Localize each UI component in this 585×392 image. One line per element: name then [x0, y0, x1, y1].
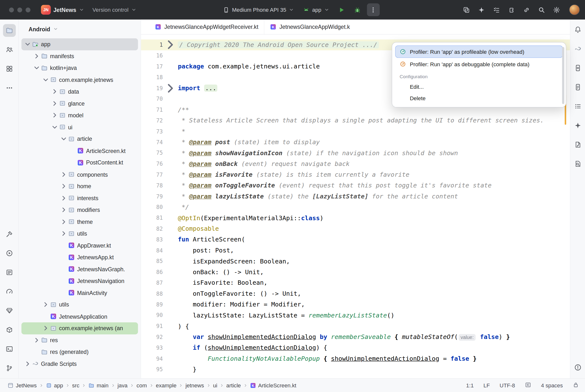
minimize-window-button[interactable]: [17, 7, 22, 12]
breadcrumb-jetnews[interactable]: jetnews: [186, 382, 204, 388]
breadcrumb-com[interactable]: com: [137, 382, 147, 388]
device-selector-button[interactable]: Medium Phone API 35: [220, 4, 297, 16]
tree-item-components[interactable]: components: [22, 168, 138, 180]
tree-item-data[interactable]: data: [22, 86, 138, 97]
tree-item-app[interactable]: app: [22, 38, 138, 50]
tree-expand-chevron-icon[interactable]: [42, 300, 50, 308]
popup-item-profiler-run-app-as-debuggable-complete-[interactable]: Profiler: Run 'app' as debuggable (compl…: [395, 58, 563, 70]
tool-doc-edit-button[interactable]: [571, 138, 584, 151]
tree-expand-chevron-icon[interactable]: [51, 111, 59, 119]
tree-expand-chevron-icon[interactable]: [33, 52, 41, 60]
file-encoding[interactable]: UTF-8: [500, 382, 515, 388]
breadcrumb-src[interactable]: src: [72, 382, 80, 388]
user-avatar[interactable]: [569, 4, 579, 15]
tree-expand-chevron-icon[interactable]: [60, 170, 68, 178]
breadcrumb-java[interactable]: java: [118, 382, 128, 388]
tree-collapse-chevron-icon[interactable]: [60, 135, 68, 143]
breadcrumb-article[interactable]: article: [226, 382, 241, 388]
tree-collapse-chevron-icon[interactable]: [42, 76, 50, 84]
tree-item-article[interactable]: article: [22, 133, 138, 145]
fold-marker-icon[interactable]: [163, 81, 178, 96]
tree-item-jetnewsapp-kt[interactable]: KJetnewsApp.kt: [22, 251, 138, 263]
tree-item-jetnewsnavgraph[interactable]: KJetnewsNavGraph.: [22, 263, 138, 275]
tree-item-utils[interactable]: utils: [22, 228, 138, 240]
run-button[interactable]: [335, 4, 348, 16]
tool-notifications-button[interactable]: [571, 23, 584, 36]
tool-more-button[interactable]: [3, 82, 16, 94]
tree-item-model[interactable]: model: [22, 109, 138, 121]
tree-item-modifiers[interactable]: modifiers: [22, 204, 138, 216]
tool-logcat-button[interactable]: [3, 266, 16, 278]
vcs-widget-button[interactable]: Version control: [90, 4, 139, 15]
tree-item-appdrawer-kt[interactable]: KAppDrawer.kt: [22, 240, 138, 251]
tool-todo-button[interactable]: [571, 100, 584, 113]
tree-item-utils[interactable]: utils: [22, 299, 138, 310]
popup-action-delete[interactable]: Delete: [395, 92, 563, 104]
run-configuration-button[interactable]: app: [300, 4, 332, 16]
ai-sparkle-button[interactable]: [475, 4, 488, 16]
tree-expand-chevron-icon[interactable]: [60, 230, 68, 238]
tool-resource-manager-button[interactable]: [3, 62, 16, 75]
tree-item-kotlin-java[interactable]: kotlin+java: [22, 62, 138, 74]
tree-expand-chevron-icon[interactable]: [24, 360, 32, 368]
tool-run-button[interactable]: [3, 246, 16, 259]
fold-marker-icon[interactable]: [163, 38, 178, 52]
tool-device-manager-button[interactable]: [571, 62, 584, 74]
breadcrumb-ui[interactable]: ui: [213, 382, 217, 388]
tool-gradle-button[interactable]: [571, 42, 584, 55]
tool-problems-button[interactable]: [571, 361, 584, 374]
checklist-button[interactable]: [490, 4, 503, 16]
tree-collapse-chevron-icon[interactable]: [33, 64, 41, 72]
breadcrumb-app[interactable]: app: [46, 382, 63, 388]
tool-device-explorer-button[interactable]: [571, 81, 584, 94]
more-run-options-button[interactable]: [367, 4, 380, 16]
tree-item-res[interactable]: res: [22, 334, 138, 346]
device-mirror-button[interactable]: [460, 4, 473, 16]
tree-item-gradle-scripts[interactable]: Gradle Scripts: [22, 358, 138, 370]
tool-commit-button[interactable]: [3, 43, 16, 56]
tool-project-button[interactable]: [3, 24, 16, 37]
tree-expand-chevron-icon[interactable]: [33, 336, 41, 344]
close-window-button[interactable]: [9, 7, 14, 12]
project-widget-button[interactable]: JN JetNews: [38, 3, 87, 17]
debug-button[interactable]: [351, 4, 364, 16]
editor-tab-jetnewsglanceappwidgetreceiver-kt[interactable]: KJetnewsGlanceAppWidgetReceiver.kt: [149, 20, 264, 34]
tree-item-manifests[interactable]: manifests: [22, 50, 138, 62]
tree-item-ui[interactable]: ui: [22, 121, 138, 133]
popup-item-profiler-run-app-as-profileable-low-over[interactable]: Profiler: Run 'app' as profileable (low …: [395, 46, 563, 58]
tree-expand-chevron-icon[interactable]: [51, 100, 59, 107]
tree-item-jetnewsapplication[interactable]: KJetnewsApplication: [22, 310, 138, 322]
editor-tab-jetnewsglanceappwidget-k[interactable]: KJetnewsGlanceAppWidget.k: [264, 20, 355, 34]
tree-item-com-example-jetnews-an[interactable]: com.example.jetnews (an: [22, 322, 138, 334]
tree-item-jetnewsnavigation[interactable]: KJetnewsNavigation: [22, 275, 138, 287]
link-button[interactable]: [520, 4, 533, 16]
tree-item-articlescreen-kt[interactable]: KArticleScreen.kt: [22, 145, 138, 157]
readonly-toggle[interactable]: [572, 382, 579, 389]
tree-item-interests[interactable]: interests: [22, 192, 138, 204]
tree-expand-chevron-icon[interactable]: [42, 324, 50, 332]
tool-terminal-button[interactable]: [3, 342, 16, 355]
tool-build-button[interactable]: [3, 228, 16, 240]
breadcrumb-main[interactable]: main: [88, 382, 108, 388]
indent-style[interactable]: 4 spaces: [541, 382, 563, 388]
tree-item-glance[interactable]: glance: [22, 98, 138, 109]
popup-scrollbar[interactable]: [562, 47, 564, 104]
tree-item-postcontent-kt[interactable]: KPostContent.kt: [22, 157, 138, 168]
tool-doc-search-button[interactable]: [571, 158, 584, 170]
caret-position[interactable]: 1:1: [466, 382, 474, 388]
tool-releases-button[interactable]: [3, 323, 16, 336]
tree-item-res-generated[interactable]: res (generated): [22, 346, 138, 358]
breadcrumb-articlescreen-kt[interactable]: KArticleScreen.kt: [250, 382, 296, 388]
search-button[interactable]: [535, 4, 548, 16]
tree-expand-chevron-icon[interactable]: [60, 182, 68, 190]
indent-widget-icon[interactable]: [525, 382, 531, 389]
tree-item-com-example-jetnews[interactable]: com.example.jetnews: [22, 74, 138, 86]
plugins-button[interactable]: [505, 4, 518, 16]
settings-button[interactable]: [550, 4, 563, 16]
tool-gemini-button[interactable]: [571, 119, 584, 132]
tree-expand-chevron-icon[interactable]: [60, 218, 68, 226]
line-separator[interactable]: LF: [483, 382, 490, 388]
breadcrumb-jetnews[interactable]: JetNews: [8, 382, 37, 388]
tree-collapse-chevron-icon[interactable]: [24, 40, 32, 48]
tree-expand-chevron-icon[interactable]: [51, 88, 59, 96]
